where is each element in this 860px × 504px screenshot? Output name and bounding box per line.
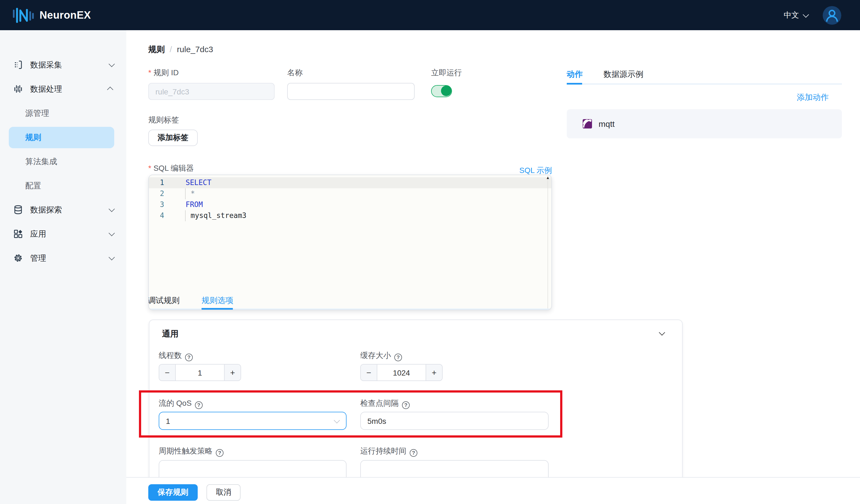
help-icon[interactable]: ?: [394, 354, 402, 361]
tab-debug-rule[interactable]: 调试规则: [148, 296, 180, 306]
brand: NeuronEX: [12, 6, 91, 25]
language-label: 中文: [784, 10, 799, 20]
toggle-knob: [441, 86, 452, 96]
brand-name: NeuronEX: [40, 9, 91, 21]
name-input[interactable]: [287, 83, 415, 100]
chevron-down-icon: [803, 11, 809, 17]
chevron-down-icon: [334, 417, 340, 423]
trigger-label: 周期性触发策略?: [159, 446, 224, 457]
avatar[interactable]: [823, 6, 841, 25]
database-icon: [13, 205, 23, 215]
main-content: 规则 / rule_7dc3 *规则 ID 名称 立即运行 rule_7dc3 …: [126, 30, 860, 504]
action-item-mqtt[interactable]: mqtt: [567, 109, 842, 138]
sidebar-item-rules[interactable]: 规则: [9, 127, 114, 148]
sidebar-item-source-management[interactable]: 源管理: [0, 101, 126, 125]
code-line: 1 SELECT: [149, 177, 551, 188]
sidebar-item-data-exploration[interactable]: 数据探索: [0, 198, 126, 222]
threads-value[interactable]: 1: [176, 364, 224, 380]
sidebar-item-label: 应用: [30, 229, 46, 239]
chevron-down-icon: [109, 61, 115, 67]
sidebar-item-algorithm-integration[interactable]: 算法集成: [0, 149, 126, 173]
duration-input[interactable]: [360, 460, 549, 478]
language-switcher[interactable]: 中文: [784, 10, 807, 20]
save-rule-button[interactable]: 保存规则: [148, 484, 198, 501]
breadcrumb-rules[interactable]: 规则: [148, 44, 165, 55]
code-text: FROM: [185, 199, 203, 210]
help-icon[interactable]: ?: [185, 354, 193, 361]
qos-label: 流的 QoS?: [159, 399, 203, 409]
code-line: 2 *: [149, 188, 551, 199]
tab-track: [567, 84, 842, 85]
active-tab-underline: [202, 308, 233, 309]
sql-editor[interactable]: 1 SELECT 2 * 3 FROM 4 mysql_stream3 ▲: [148, 175, 552, 310]
sql-editor-label: *SQL 编辑器: [148, 163, 194, 173]
breadcrumb-current: rule_7dc3: [177, 44, 213, 54]
chevron-down-icon: [109, 254, 115, 260]
required-marker: *: [148, 163, 151, 172]
run-now-toggle[interactable]: [431, 85, 452, 97]
rule-id-input[interactable]: rule_7dc3: [148, 83, 275, 100]
code-area[interactable]: 1 SELECT 2 * 3 FROM 4 mysql_stream3: [149, 175, 551, 291]
code-line: 4 mysql_stream3: [149, 210, 551, 221]
footer-bar: 保存规则 取消: [126, 477, 860, 504]
breadcrumb: 规则 / rule_7dc3: [148, 44, 213, 55]
add-action-link[interactable]: 添加动作: [797, 92, 829, 103]
decrement-button[interactable]: −: [361, 364, 377, 380]
duration-label: 运行持续时间?: [360, 446, 417, 457]
chevron-down-icon: [109, 230, 115, 236]
help-icon[interactable]: ?: [216, 449, 224, 457]
sidebar: 数据采集 数据处理 源管理 规则 算法集成 配置: [0, 30, 126, 504]
cancel-button[interactable]: 取消: [206, 484, 241, 501]
sidebar-item-data-collection[interactable]: 数据采集: [0, 53, 126, 77]
line-number: 1: [149, 177, 164, 188]
processing-icon: [13, 84, 23, 94]
help-icon[interactable]: ?: [195, 401, 203, 409]
sidebar-item-data-processing[interactable]: 数据处理: [0, 77, 126, 101]
editor-tab-bar: 调试规则 规则选项: [149, 291, 551, 309]
action-name: mqtt: [599, 119, 615, 128]
scroll-up-icon[interactable]: ▲: [546, 176, 550, 179]
general-section-title: 通用: [162, 329, 178, 339]
code-line: 3 FROM: [149, 199, 551, 210]
rule-id-label: *规则 ID: [148, 68, 179, 78]
line-number: 3: [149, 199, 164, 210]
required-marker: *: [148, 68, 151, 77]
increment-button[interactable]: +: [224, 364, 241, 380]
qos-value: 1: [166, 416, 170, 425]
sidebar-item-administration[interactable]: 管理: [0, 246, 126, 270]
gear-icon: [13, 253, 23, 263]
checkpoint-value: 5m0s: [368, 416, 386, 425]
decrement-button[interactable]: −: [159, 364, 176, 380]
user-icon: [823, 6, 841, 25]
trigger-input[interactable]: [159, 460, 346, 478]
tab-datasource-example[interactable]: 数据源示例: [604, 69, 643, 80]
code-text: mysql_stream3: [185, 210, 247, 221]
right-panel-tabs: 动作 数据源示例: [567, 69, 842, 80]
sql-example-link[interactable]: SQL 示例: [519, 166, 552, 176]
sidebar-item-applications[interactable]: 应用: [0, 222, 126, 246]
sidebar-item-label: 数据采集: [30, 60, 62, 70]
tab-actions[interactable]: 动作: [567, 69, 583, 80]
threads-label: 线程数?: [159, 351, 193, 361]
tab-rule-options[interactable]: 规则选项: [202, 296, 233, 306]
chevron-down-icon: [109, 206, 115, 212]
editor-scrollbar[interactable]: [547, 176, 548, 308]
sidebar-item-configuration[interactable]: 配置: [0, 173, 126, 198]
buffer-label: 缓存大小?: [360, 351, 402, 361]
checkpoint-input[interactable]: 5m0s: [360, 412, 549, 430]
mqtt-icon: [583, 119, 592, 128]
collapse-chevron-icon[interactable]: [659, 329, 665, 336]
sidebar-item-label: 管理: [30, 253, 46, 263]
add-tag-button[interactable]: 添加标签: [148, 130, 198, 146]
sidebar-item-label: 数据探索: [30, 204, 62, 215]
help-icon[interactable]: ?: [402, 401, 410, 409]
topbar: NeuronEX 中文: [0, 0, 860, 30]
help-icon[interactable]: ?: [410, 449, 417, 457]
line-number: 4: [149, 210, 164, 221]
right-panel: 动作 数据源示例 添加动作 mqtt: [567, 69, 842, 80]
increment-button[interactable]: +: [426, 364, 442, 380]
qos-select[interactable]: 1: [159, 412, 346, 430]
buffer-stepper: − 1024 +: [360, 364, 443, 381]
buffer-value[interactable]: 1024: [377, 364, 426, 380]
sidebar-item-label: 数据处理: [30, 84, 62, 94]
